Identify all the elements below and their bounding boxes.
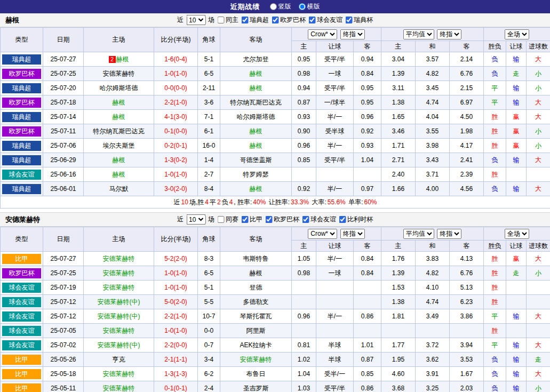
- recent-count-select[interactable]: 10: [186, 15, 205, 25]
- odds-away: 0.84: [354, 67, 381, 81]
- match-date: 25-06-16: [43, 167, 84, 182]
- result-handicap: 输: [506, 81, 527, 95]
- avg-source-select[interactable]: 平均值: [403, 229, 434, 239]
- away-team-cell: 琴斯托霍瓦: [220, 309, 292, 324]
- away-team-name: 赫根: [250, 127, 262, 135]
- league-filter-checkbox[interactable]: [241, 216, 248, 223]
- summary-segment: 大率:: [310, 198, 326, 206]
- odds-source-select[interactable]: Crow*: [308, 29, 337, 39]
- avg-time-select[interactable]: 终指: [437, 29, 461, 39]
- corners: 7-1: [198, 110, 220, 124]
- summary-text: 近10场,胜4平2负4, 胜率:40% 让胜率:33.3% 大率:55.6% 单…: [1, 196, 550, 209]
- corners: 8-4: [198, 182, 220, 196]
- league-badge: 球会友谊: [2, 170, 41, 180]
- home-team-cell: 安德莱赫特: [84, 324, 154, 338]
- col-header-avg-home: 主: [381, 41, 416, 52]
- league-filter-checkbox[interactable]: [345, 17, 352, 23]
- odds-time-select[interactable]: 终指: [340, 29, 365, 39]
- result-handicap: [506, 295, 527, 309]
- league-filter-checkbox[interactable]: [339, 216, 346, 223]
- league-cell: 比甲: [1, 367, 43, 381]
- avg-group-header: 平均值 终指: [381, 227, 484, 241]
- league-filter-label: 比甲: [250, 215, 262, 224]
- result-handicap: 走: [506, 67, 527, 81]
- home-team-cell: 特尔纳瓦斯巴达克: [84, 124, 154, 139]
- col-header-avg-draw: 和: [416, 241, 450, 252]
- corners: 0-7: [198, 338, 220, 353]
- league-filter[interactable]: 比甲: [241, 215, 262, 224]
- horizontal-layout-radio[interactable]: [299, 3, 306, 10]
- col-header-date: 日期: [43, 227, 84, 252]
- league-filter[interactable]: 球会友谊: [302, 215, 336, 224]
- filter-prefix-label: 近: [177, 215, 184, 224]
- league-filter[interactable]: 球会友谊: [308, 15, 342, 25]
- score: 3-0(2-0): [154, 182, 198, 196]
- league-filter-checkbox[interactable]: [308, 17, 315, 23]
- avg-away: [450, 324, 484, 338]
- league-filter[interactable]: 瑞典超: [241, 15, 269, 25]
- same-filter[interactable]: 同赛: [217, 215, 238, 224]
- odds-handicap: 半球: [316, 338, 354, 353]
- score: 1-0(1-0): [154, 167, 198, 182]
- league-filter[interactable]: 瑞典杯: [345, 15, 373, 25]
- league-filter-checkbox[interactable]: [272, 17, 278, 23]
- result-goals: 走: [527, 353, 550, 367]
- avg-home: 1.76: [381, 252, 416, 266]
- layout-option-horizontal[interactable]: 横版: [299, 2, 320, 11]
- result-goals: 小: [527, 139, 550, 153]
- odds-away: 0.92: [354, 124, 381, 139]
- score: 1-0(1-0): [154, 324, 198, 338]
- league-badge: 欧罗巴杯: [2, 126, 41, 137]
- league-filter[interactable]: 比利时杯: [339, 215, 373, 224]
- odds-source-select[interactable]: Crow*: [308, 229, 337, 239]
- result-goals: 大: [527, 252, 550, 266]
- league-cell: 欧罗巴杯: [1, 124, 43, 139]
- score: 1-0(1-0): [154, 281, 198, 295]
- result-wdl: 负: [484, 67, 506, 81]
- avg-away: 4.13: [450, 252, 484, 266]
- layout-option-vertical[interactable]: 竖版: [270, 2, 291, 11]
- avg-group-header: 平均值 终指: [381, 28, 484, 41]
- avg-source-select[interactable]: 平均值: [403, 29, 434, 39]
- result-goals: 大: [527, 110, 550, 124]
- result-handicap: 输: [506, 338, 527, 353]
- col-header-odds-home: 主: [292, 241, 316, 252]
- league-filter-checkbox[interactable]: [265, 216, 272, 223]
- same-filter[interactable]: 同主: [217, 15, 238, 25]
- match-row: 比甲 25-05-11 安德莱赫特 0-1(0-1) 2-4 圣吉罗斯 1.03…: [1, 381, 550, 392]
- odds-home: 0.85: [292, 153, 316, 167]
- fulltime-scope-select[interactable]: 全场: [505, 229, 529, 239]
- same-filter-checkbox[interactable]: [217, 216, 224, 223]
- horizontal-layout-label: 横版: [307, 2, 320, 11]
- home-team-name: 安德莱赫特: [103, 70, 135, 77]
- home-team-cell: 安德莱赫特: [84, 266, 154, 281]
- league-filter[interactable]: 欧罗巴杯: [265, 215, 299, 224]
- fulltime-scope-select[interactable]: 全场: [505, 29, 529, 39]
- league-badge: 球会友谊: [2, 297, 41, 307]
- odds-handicap: 半球: [316, 353, 354, 367]
- recent-count-select[interactable]: 10: [186, 214, 205, 225]
- league-filter-checkbox[interactable]: [241, 17, 248, 23]
- home-team-name: 赫根: [113, 113, 125, 121]
- odds-away: 0.86: [354, 309, 381, 324]
- home-team-cell: 安德莱赫特: [84, 252, 154, 266]
- away-team-cell: 阿里斯: [220, 324, 292, 338]
- league-filter-checkbox[interactable]: [302, 216, 309, 223]
- corners: 16-0: [198, 139, 220, 153]
- same-filter-label: 同赛: [226, 215, 238, 224]
- avg-time-select[interactable]: 终指: [437, 229, 461, 239]
- away-team-name: 哈尔姆斯塔德: [237, 113, 275, 121]
- odds-group-header: Crow* 终指: [292, 227, 381, 241]
- vertical-layout-radio[interactable]: [270, 3, 277, 10]
- col-header-type: 类型: [1, 28, 43, 52]
- odds-handicap: [316, 324, 354, 338]
- avg-away: 2.39: [450, 167, 484, 182]
- col-header-result-handicap: 让球: [506, 241, 527, 252]
- score: 1-3(0-2): [154, 153, 198, 167]
- col-header-home: 主场: [84, 227, 154, 252]
- same-filter-checkbox[interactable]: [217, 17, 224, 23]
- home-team-name: 安德莱赫特(中): [98, 341, 140, 349]
- avg-draw: 3.72: [416, 338, 450, 353]
- odds-time-select[interactable]: 终指: [340, 229, 365, 239]
- league-filter[interactable]: 欧罗巴杯: [272, 15, 306, 25]
